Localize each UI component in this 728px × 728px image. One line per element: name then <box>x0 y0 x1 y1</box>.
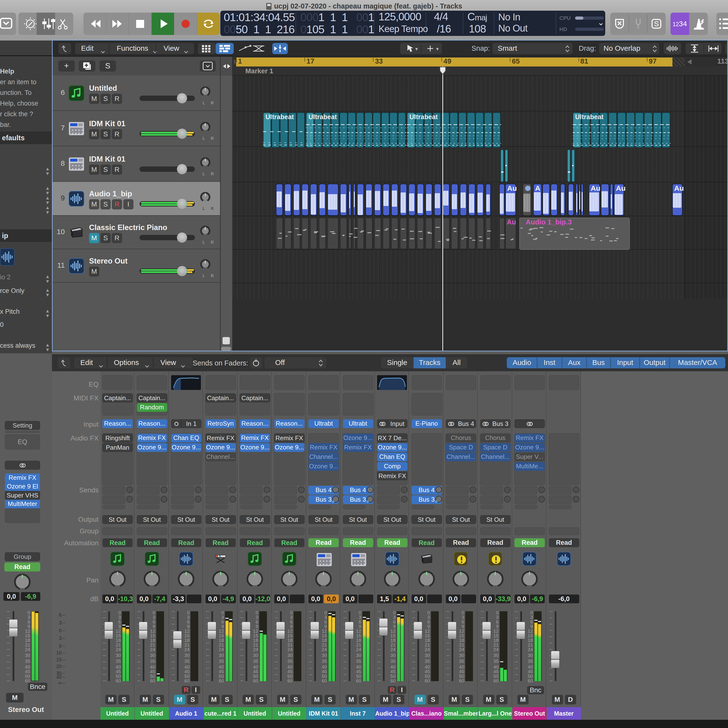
svg-text:▾: ▾ <box>415 46 418 52</box>
svg-text:▾: ▾ <box>436 46 439 52</box>
svg-text:S: S <box>654 20 659 28</box>
